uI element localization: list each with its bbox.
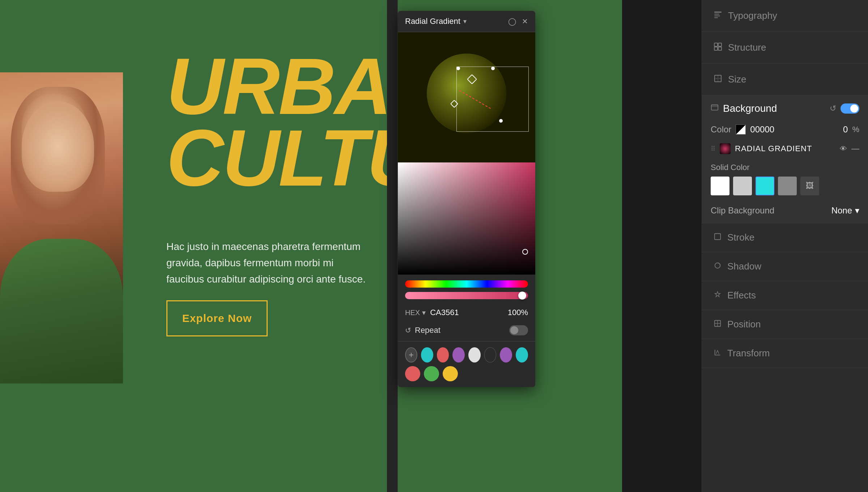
hue-slider[interactable] xyxy=(405,280,528,288)
right-panel: Typography Structure Size xyxy=(702,0,868,492)
repeat-toggle[interactable] xyxy=(509,325,528,335)
svg-rect-12 xyxy=(715,233,721,239)
size-label: Size xyxy=(728,74,746,85)
opacity-value-display: 100% xyxy=(508,308,528,317)
color-row-label: Color xyxy=(711,124,731,135)
svg-rect-6 xyxy=(714,47,718,50)
svg-rect-11 xyxy=(711,105,718,110)
picker-title: Radial Gradient ▾ xyxy=(405,17,467,26)
picker-dropdown-chevron[interactable]: ▾ xyxy=(463,17,467,25)
color-num-value[interactable]: 0 xyxy=(843,124,848,135)
spectrum-cursor[interactable] xyxy=(522,249,528,255)
stroke-label: Stroke xyxy=(727,232,754,243)
gradient-orb xyxy=(427,54,506,133)
panel-separator xyxy=(387,0,398,492)
clip-dropdown-chevron[interactable]: ▾ xyxy=(855,205,859,216)
hex-dropdown[interactable]: HEX ▾ xyxy=(405,308,426,317)
hero-body-text: Hac justo in maecenas pharetra fermentum… xyxy=(166,239,369,287)
effects-icon xyxy=(714,290,722,301)
size-icon xyxy=(714,74,722,85)
structure-section[interactable]: Structure xyxy=(702,32,868,64)
corner-handle-tl[interactable] xyxy=(456,67,460,70)
transform-label: Transform xyxy=(727,348,770,359)
swatch-teal2[interactable] xyxy=(516,347,528,362)
svg-rect-4 xyxy=(714,43,718,46)
hero-image xyxy=(0,72,123,383)
swatch-coral[interactable] xyxy=(437,347,449,362)
gradient-preview-canvas[interactable] xyxy=(398,32,535,162)
background-icon xyxy=(711,103,719,114)
background-undo-button[interactable]: ↺ xyxy=(830,104,836,113)
typography-section[interactable]: Typography xyxy=(702,0,868,32)
hex-label-text: HEX xyxy=(405,309,420,317)
hue-slider-container xyxy=(398,275,535,290)
swatch-teal[interactable] xyxy=(421,347,433,362)
opacity-slider[interactable] xyxy=(405,292,528,299)
gradient-layer-label: RADIAL GRADIENT xyxy=(735,144,835,153)
background-toggle[interactable] xyxy=(841,103,859,114)
color-pct-label: % xyxy=(852,125,859,134)
swatch-green[interactable] xyxy=(424,366,439,381)
gradient-layer-preview[interactable] xyxy=(720,143,731,154)
color-picker-popup: Radial Gradient ▾ ◯ ✕ xyxy=(398,11,535,387)
background-section-header: Background ↺ xyxy=(702,96,868,122)
corner-handle-br[interactable] xyxy=(499,119,503,123)
gradient-visibility-button[interactable]: 👁 xyxy=(840,145,847,153)
color-hex-value[interactable]: 00000 xyxy=(750,124,839,135)
stroke-section[interactable]: Stroke xyxy=(702,223,868,252)
clip-background-row: Clip Background None ▾ xyxy=(702,201,868,223)
solid-swatches-row: 🖼 xyxy=(711,177,859,195)
corner-handle-tr[interactable] xyxy=(491,67,495,70)
svg-rect-3 xyxy=(714,17,718,18)
structure-icon xyxy=(714,42,722,53)
solid-swatch-lgray[interactable] xyxy=(733,177,752,195)
color-swatch-small[interactable] xyxy=(736,124,746,135)
svg-rect-5 xyxy=(718,43,722,46)
background-color-row: Color 00000 0 % xyxy=(702,122,868,140)
typography-label: Typography xyxy=(728,10,777,21)
background-title: Background xyxy=(723,103,825,114)
opacity-slider-thumb[interactable] xyxy=(518,292,526,300)
clip-background-dropdown[interactable]: None ▾ xyxy=(831,205,859,216)
repeat-icon: ↺ xyxy=(405,326,411,335)
solid-swatch-teal[interactable] xyxy=(756,177,774,195)
solid-color-section: Solid Color 🖼 xyxy=(702,158,868,201)
repeat-label-text: Repeat xyxy=(415,326,509,335)
swatch-purple2[interactable] xyxy=(500,347,512,362)
typography-icon xyxy=(714,10,722,21)
picker-close-button[interactable]: ✕ xyxy=(522,17,528,26)
position-label: Position xyxy=(727,319,761,330)
swatch-yellow[interactable] xyxy=(443,366,458,381)
hex-input-row: HEX ▾ CA3561 100% xyxy=(398,304,535,322)
picker-header: Radial Gradient ▾ ◯ ✕ xyxy=(398,11,535,32)
swatch-light-gray[interactable] xyxy=(468,347,481,362)
transform-section[interactable]: Transform xyxy=(702,339,868,368)
gradient-remove-button[interactable]: — xyxy=(851,144,859,153)
picker-reset-button[interactable]: ◯ xyxy=(508,17,516,26)
svg-rect-0 xyxy=(714,12,722,13)
shadow-icon xyxy=(714,262,722,272)
svg-rect-7 xyxy=(718,47,722,50)
explore-now-button[interactable]: Explore Now xyxy=(166,300,268,336)
svg-rect-1 xyxy=(714,14,719,14)
picker-title-text: Radial Gradient xyxy=(405,17,460,26)
transform-icon xyxy=(714,348,722,359)
swatch-red[interactable] xyxy=(405,366,420,381)
solid-swatch-dgray[interactable] xyxy=(778,177,797,195)
solid-swatch-image[interactable]: 🖼 xyxy=(800,177,819,195)
add-swatch-button[interactable]: + xyxy=(405,347,417,362)
position-section[interactable]: Position xyxy=(702,310,868,339)
solid-swatch-white[interactable] xyxy=(711,177,729,195)
swatch-purple[interactable] xyxy=(452,347,465,362)
hex-value-input[interactable]: CA3561 xyxy=(430,308,503,317)
hex-dropdown-chevron[interactable]: ▾ xyxy=(422,308,426,317)
gradient-layer-row: ⠿ RADIAL GRADIENT 👁 — xyxy=(702,140,868,158)
swatch-dark[interactable] xyxy=(484,347,496,362)
swatches-row-1: + xyxy=(398,342,535,365)
color-spectrum[interactable] xyxy=(398,162,535,275)
size-section[interactable]: Size xyxy=(702,64,868,96)
shadow-label: Shadow xyxy=(727,261,761,272)
effects-section[interactable]: Effects xyxy=(702,281,868,310)
structure-label: Structure xyxy=(728,42,766,53)
shadow-section[interactable]: Shadow xyxy=(702,252,868,281)
